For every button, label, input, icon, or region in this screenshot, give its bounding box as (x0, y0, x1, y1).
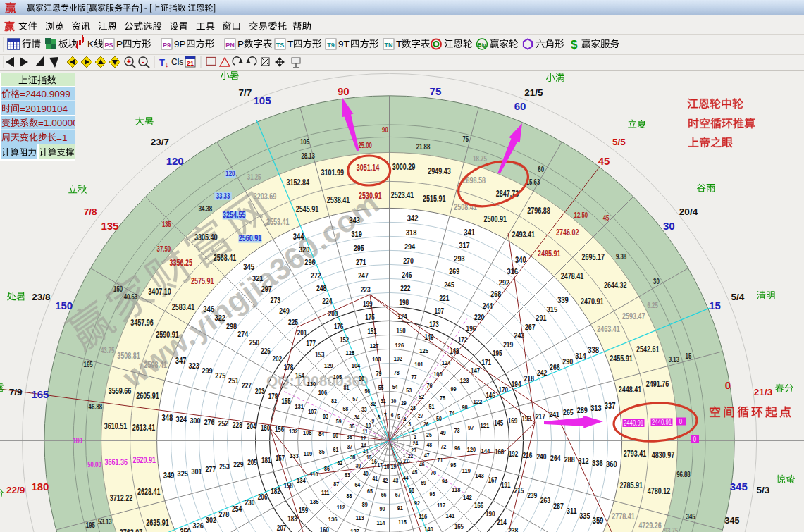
svg-text:292: 292 (499, 278, 509, 287)
svg-text:12: 12 (361, 435, 366, 442)
svg-text:170: 170 (499, 386, 508, 394)
svg-text:183: 183 (287, 515, 297, 523)
svg-text:=20190104: =20190104 (20, 104, 68, 114)
svg-text:340: 340 (515, 255, 526, 264)
svg-text:3: 3 (409, 421, 412, 428)
svg-text:75: 75 (430, 85, 442, 97)
svg-text:23: 23 (411, 447, 416, 454)
svg-text:45: 45 (603, 214, 610, 222)
svg-text:T: T (287, 39, 293, 49)
svg-text:36: 36 (347, 433, 352, 440)
svg-text:73: 73 (454, 427, 459, 434)
svg-text:103: 103 (372, 355, 381, 363)
svg-text:2560.91: 2560.91 (239, 233, 262, 243)
svg-text:65: 65 (367, 488, 373, 495)
svg-text:22/9: 22/9 (6, 485, 25, 495)
svg-text:104: 104 (352, 361, 361, 369)
svg-text:8: 8 (378, 414, 381, 421)
svg-text:244: 244 (483, 301, 493, 309)
svg-text:98: 98 (462, 403, 467, 411)
svg-text:346: 346 (203, 304, 214, 314)
svg-text:298: 298 (226, 322, 237, 330)
svg-text:32: 32 (371, 401, 376, 408)
svg-text:297: 297 (261, 285, 272, 293)
svg-text:140: 140 (424, 525, 433, 532)
svg-text:311: 311 (567, 507, 577, 515)
svg-text:142: 142 (463, 493, 472, 501)
svg-text:241: 241 (549, 410, 559, 419)
svg-text:2628.41: 2628.41 (137, 487, 161, 497)
svg-text:P: P (237, 39, 244, 49)
svg-text:271: 271 (356, 257, 366, 266)
svg-text:345: 345 (725, 516, 740, 526)
svg-text:323: 323 (189, 361, 199, 370)
svg-text:38: 38 (350, 454, 356, 461)
svg-text:105: 105 (300, 138, 309, 146)
svg-text:69: 69 (421, 480, 426, 487)
svg-text:87: 87 (333, 481, 339, 488)
svg-text:301: 301 (191, 467, 202, 476)
svg-text:2644.32: 2644.32 (604, 280, 627, 290)
svg-text:=1: =1 (56, 132, 67, 143)
svg-text:313: 313 (590, 403, 601, 412)
svg-text:45: 45 (412, 469, 418, 476)
svg-text:267: 267 (525, 323, 536, 331)
svg-text:174: 174 (397, 313, 407, 321)
svg-text:219: 219 (503, 340, 514, 349)
svg-text:2485.91: 2485.91 (538, 249, 561, 259)
svg-text:108: 108 (303, 428, 312, 436)
svg-text:266: 266 (550, 363, 560, 371)
svg-text:82: 82 (331, 397, 337, 404)
svg-text:337: 337 (605, 401, 616, 410)
svg-text:47: 47 (424, 452, 430, 459)
svg-text:2538.41: 2538.41 (327, 195, 350, 205)
svg-text:299: 299 (202, 366, 212, 375)
svg-text:55: 55 (378, 384, 384, 391)
svg-text:265: 265 (563, 408, 574, 416)
svg-text:2523.41: 2523.41 (391, 190, 414, 200)
svg-text:344: 344 (293, 232, 304, 241)
svg-text:110: 110 (310, 470, 318, 478)
svg-text:50: 50 (436, 415, 442, 422)
svg-text:106: 106 (318, 388, 328, 396)
svg-text:203: 203 (255, 386, 265, 395)
svg-text:96: 96 (454, 445, 460, 452)
svg-text:31: 31 (381, 397, 386, 404)
svg-text:15: 15 (686, 352, 692, 360)
svg-text:167: 167 (488, 476, 497, 484)
svg-text:124: 124 (442, 359, 451, 366)
svg-text:215: 215 (514, 486, 524, 495)
svg-text:3152.84: 3152.84 (286, 178, 309, 187)
svg-text:39: 39 (356, 462, 361, 469)
svg-text:2470.91: 2470.91 (581, 297, 604, 307)
svg-text:$: $ (571, 38, 578, 51)
svg-text:76: 76 (427, 382, 433, 389)
svg-text:118: 118 (452, 485, 460, 493)
svg-text:9.38: 9.38 (616, 253, 626, 261)
svg-text:229: 229 (233, 460, 244, 469)
svg-text:2793.41: 2793.41 (624, 449, 647, 459)
svg-text:2785.91: 2785.91 (620, 481, 643, 490)
svg-text:300: 300 (190, 416, 201, 424)
svg-text:=2440.9099: =2440.9099 (20, 89, 70, 99)
svg-text:133: 133 (290, 452, 299, 459)
svg-text:12.50: 12.50 (574, 211, 588, 219)
svg-text:290: 290 (562, 357, 573, 366)
svg-text:31.25: 31.25 (247, 173, 261, 181)
svg-text:56: 56 (364, 388, 370, 395)
svg-text:2796.88: 2796.88 (527, 206, 550, 216)
svg-text:123: 123 (460, 376, 469, 384)
svg-text:225: 225 (288, 317, 299, 326)
svg-text:325: 325 (178, 469, 188, 478)
svg-text:126: 126 (395, 341, 404, 349)
svg-text:154: 154 (295, 372, 304, 380)
svg-text:3407.10: 3407.10 (148, 286, 171, 296)
svg-text:181: 181 (261, 457, 271, 464)
svg-text:324: 324 (176, 414, 187, 423)
svg-text:135: 135 (162, 221, 171, 228)
svg-text:160: 160 (320, 526, 329, 532)
svg-text:71: 71 (438, 457, 443, 464)
svg-text:246: 246 (402, 271, 412, 279)
svg-text:155: 155 (281, 397, 290, 405)
svg-text:179: 179 (268, 392, 278, 400)
